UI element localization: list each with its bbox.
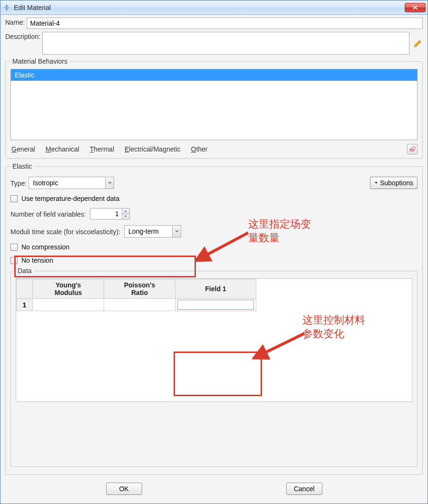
- number-field-variables-label: Number of field variables:: [10, 209, 86, 218]
- cell-field1-editor[interactable]: [177, 300, 254, 310]
- close-button[interactable]: [405, 3, 426, 12]
- spinner-up-button[interactable]: [122, 209, 129, 214]
- menu-general[interactable]: General: [10, 144, 36, 154]
- material-behaviors-group: Material Behaviors Elastic General Mecha…: [5, 57, 423, 159]
- row-header-blank: [17, 279, 33, 299]
- ok-button[interactable]: OK: [106, 483, 142, 495]
- cell-young[interactable]: [33, 299, 104, 311]
- use-temperature-label: Use temperature-dependent data: [21, 195, 119, 202]
- cell-field1[interactable]: [175, 299, 256, 311]
- description-label: Description:: [5, 32, 40, 40]
- material-behaviors-legend: Material Behaviors: [10, 57, 69, 65]
- name-label: Name:: [5, 18, 25, 26]
- moduli-time-scale-label: Moduli time scale (for viscoelasticity):: [10, 227, 120, 236]
- triangle-down-icon: [374, 181, 378, 185]
- no-tension-label: No tension: [21, 257, 53, 264]
- no-compression-checkbox[interactable]: [10, 244, 18, 251]
- menu-thermal[interactable]: Thermal: [89, 144, 115, 154]
- no-tension-checkbox[interactable]: [10, 257, 18, 264]
- use-temperature-checkbox[interactable]: [10, 195, 18, 202]
- number-field-variables-input[interactable]: [90, 209, 122, 219]
- moduli-time-scale-value: Long-term: [125, 228, 172, 235]
- svg-marker-1: [3, 6, 10, 9]
- description-input[interactable]: [42, 32, 409, 55]
- chevron-down-icon: [172, 226, 181, 237]
- spinner-down-button[interactable]: [122, 214, 129, 219]
- type-label: Type:: [10, 179, 27, 187]
- name-input[interactable]: [27, 18, 423, 29]
- cell-poisson[interactable]: [104, 299, 175, 311]
- edit-description-icon[interactable]: [412, 38, 423, 49]
- window-title: Edit Material: [14, 4, 405, 11]
- suboptions-button[interactable]: Suboptions: [370, 177, 418, 189]
- behavior-menu-bar: General Mechanical Thermal Electrical/Ma…: [10, 144, 418, 154]
- row-number: 1: [17, 299, 33, 311]
- menu-other[interactable]: Other: [190, 144, 209, 154]
- svg-rect-3: [412, 147, 415, 149]
- data-group: Data Young's Modulus Poisson's Ratio Fie…: [10, 267, 418, 467]
- col-header-field1[interactable]: Field 1: [175, 279, 256, 299]
- number-field-variables-spinner[interactable]: [90, 208, 130, 219]
- suboptions-label: Suboptions: [380, 179, 413, 187]
- title-bar: Edit Material: [0, 0, 428, 15]
- chevron-down-icon: [105, 177, 114, 189]
- type-value: Isotropic: [29, 179, 105, 187]
- behavior-item-elastic[interactable]: Elastic: [11, 69, 417, 81]
- moduli-time-scale-select[interactable]: Long-term: [124, 225, 181, 238]
- behaviors-list[interactable]: Elastic: [10, 69, 418, 140]
- elastic-group: Elastic Type: Isotropic Suboptions Use t…: [5, 162, 423, 475]
- menu-mechanical[interactable]: Mechanical: [45, 144, 80, 154]
- dialog-window: Edit Material Name: Description: Materia…: [0, 0, 428, 504]
- col-header-poisson[interactable]: Poisson's Ratio: [104, 279, 175, 299]
- elastic-legend: Elastic: [10, 162, 34, 170]
- data-table-area: Young's Modulus Poisson's Ratio Field 1 …: [16, 278, 412, 402]
- table-row[interactable]: 1: [17, 299, 256, 311]
- cancel-button[interactable]: Cancel: [286, 483, 322, 495]
- app-icon: [2, 3, 11, 12]
- type-select[interactable]: Isotropic: [29, 177, 114, 189]
- data-legend: Data: [16, 267, 34, 275]
- no-compression-label: No compression: [21, 243, 69, 251]
- delete-behavior-button[interactable]: [407, 144, 418, 154]
- dialog-content: Name: Description: Material Behaviors El…: [0, 15, 428, 504]
- dialog-button-row: OK Cancel: [5, 479, 423, 499]
- col-header-young[interactable]: Young's Modulus: [33, 279, 104, 299]
- data-table[interactable]: Young's Modulus Poisson's Ratio Field 1 …: [16, 279, 256, 311]
- menu-electrical[interactable]: Electrical/Magnetic: [124, 144, 182, 154]
